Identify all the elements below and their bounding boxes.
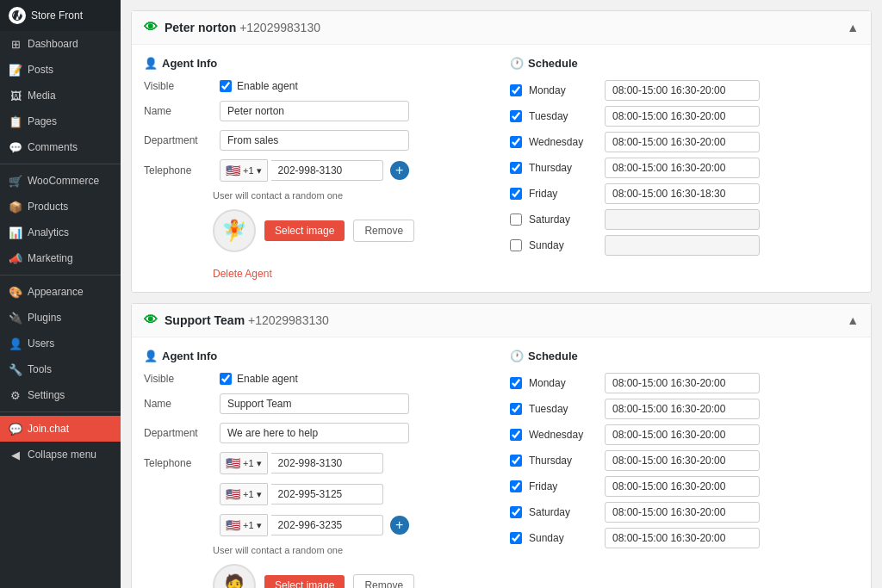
department-input-2[interactable] — [220, 423, 409, 443]
schedule-day-checkbox[interactable] — [510, 506, 522, 518]
sidebar-item-marketing[interactable]: 📣 Marketing — [0, 245, 121, 271]
schedule-day-checkbox[interactable] — [510, 188, 522, 200]
sidebar-item-tools[interactable]: 🔧 Tools — [0, 356, 121, 382]
schedule-day-checkbox[interactable] — [510, 429, 522, 441]
visible-eye-icon-2: 👁 — [144, 313, 158, 328]
select-image-button-1[interactable]: Select image — [264, 220, 345, 241]
flag-emoji-2b: 🇺🇸 — [226, 487, 240, 501]
sidebar-item-settings[interactable]: ⚙ Settings — [0, 382, 121, 408]
schedule-hours-input[interactable] — [605, 158, 760, 178]
agent-card-title-1: 👁 Peter norton +12029983130 — [144, 20, 320, 35]
schedule-hours-input[interactable] — [605, 132, 760, 152]
schedule-day-checkbox[interactable] — [510, 480, 522, 492]
telephone-row-1: Telephone 🇺🇸 +1 ▾ + — [144, 159, 493, 182]
schedule-hours-input[interactable] — [605, 235, 760, 256]
sidebar-item-joinchat[interactable]: 💬 Join.chat — [0, 416, 121, 442]
settings-icon: ⚙ — [9, 388, 22, 402]
flag-emoji-2c: 🇺🇸 — [226, 518, 240, 532]
schedule-day-checkbox[interactable] — [510, 377, 522, 389]
schedule-hours-input[interactable] — [605, 80, 760, 101]
remove-button-2[interactable]: Remove — [353, 574, 414, 588]
name-input-2[interactable] — [220, 393, 409, 414]
schedule-hours-input[interactable] — [605, 373, 760, 393]
telephone-row-2c: 🇺🇸 +1 ▾ + — [144, 514, 493, 536]
enable-agent-checkbox-1[interactable]: Enable agent — [220, 80, 298, 92]
enable-agent-input-1[interactable] — [220, 80, 232, 92]
schedule-hours-input[interactable] — [605, 528, 760, 548]
sidebar-item-label: Appearance — [28, 286, 84, 298]
schedule-day-checkbox[interactable] — [510, 455, 522, 467]
sidebar-item-label: Products — [28, 201, 68, 213]
schedule-day-checkbox[interactable] — [510, 532, 522, 544]
posts-icon: 📝 — [9, 63, 22, 77]
schedule-day-label: Thursday — [529, 162, 598, 174]
sidebar-item-media[interactable]: 🖼 Media — [0, 83, 121, 108]
phone-flag-1[interactable]: 🇺🇸 +1 ▾ — [220, 159, 268, 182]
schedule-row: Tuesday — [510, 399, 859, 419]
analytics-icon: 📊 — [9, 226, 22, 239]
schedule-hours-input[interactable] — [605, 209, 760, 230]
phone-input-2b[interactable] — [271, 484, 383, 504]
schedule-row: Wednesday — [510, 424, 859, 445]
name-label-2: Name — [144, 398, 213, 410]
schedule-day-label: Wednesday — [529, 136, 598, 148]
avatar-1: 🧚 — [213, 209, 256, 252]
sidebar-item-users[interactable]: 👤 Users — [0, 331, 121, 356]
phone-input-2c[interactable] — [271, 515, 383, 535]
sidebar-item-pages[interactable]: 📋 Pages — [0, 108, 121, 134]
phone-flag-2b[interactable]: 🇺🇸 +1 ▾ — [220, 483, 268, 505]
schedule-day-label: Thursday — [529, 455, 598, 467]
sidebar-item-posts[interactable]: 📝 Posts — [0, 57, 121, 83]
select-image-button-2[interactable]: Select image — [264, 575, 345, 588]
name-input-1[interactable] — [220, 101, 409, 121]
enable-agent-checkbox-2[interactable]: Enable agent — [220, 373, 298, 385]
schedule-hours-input[interactable] — [605, 424, 760, 445]
sidebar-item-analytics[interactable]: 📊 Analytics — [0, 220, 121, 245]
collapse-card-2[interactable]: ▲ — [847, 313, 859, 327]
agent-card-body-1: 👤 Agent Info Visible Enable agent Name D… — [132, 45, 871, 292]
enable-agent-input-2[interactable] — [220, 373, 232, 385]
schedule-day-checkbox[interactable] — [510, 403, 522, 415]
schedule-hours-input[interactable] — [605, 106, 760, 127]
schedule-day-checkbox[interactable] — [510, 136, 522, 148]
schedule-day-checkbox[interactable] — [510, 214, 522, 226]
schedule-row: Sunday — [510, 528, 859, 548]
sidebar-item-woocommerce[interactable]: 🛒 WooCommerce — [0, 168, 121, 194]
schedule-hours-input[interactable] — [605, 476, 760, 497]
department-input-1[interactable] — [220, 130, 409, 151]
sidebar-item-dashboard[interactable]: ⊞ Dashboard — [0, 31, 121, 57]
schedule-day-checkbox[interactable] — [510, 162, 522, 174]
flag-emoji-1: 🇺🇸 — [226, 164, 240, 177]
sidebar-item-label: Pages — [28, 115, 57, 127]
phone-flag-2a[interactable]: 🇺🇸 +1 ▾ — [220, 452, 268, 474]
sidebar-item-plugins[interactable]: 🔌 Plugins — [0, 305, 121, 331]
schedule-day-checkbox[interactable] — [510, 110, 522, 122]
collapse-icon: ◀ — [9, 448, 22, 461]
phone-input-1[interactable] — [271, 160, 383, 181]
schedule-row: Thursday — [510, 158, 859, 178]
sidebar-item-comments[interactable]: 💬 Comments — [0, 134, 121, 160]
marketing-icon: 📣 — [9, 251, 22, 265]
schedule-hours-input[interactable] — [605, 502, 760, 523]
sidebar-item-products[interactable]: 📦 Products — [0, 194, 121, 220]
clock-icon-2: 🕐 — [510, 350, 524, 362]
remove-button-1[interactable]: Remove — [353, 220, 414, 242]
schedule-day-checkbox[interactable] — [510, 84, 522, 96]
schedule-row: Saturday — [510, 502, 859, 523]
sidebar-item-collapse[interactable]: ◀ Collapse menu — [0, 442, 121, 467]
delete-agent-link-1[interactable]: Delete Agent — [213, 268, 272, 280]
add-phone-button-2[interactable]: + — [390, 516, 409, 535]
schedule-hours-input[interactable] — [605, 399, 760, 419]
visible-row-1: Visible Enable agent — [144, 80, 493, 92]
agent-card-support-team: 👁 Support Team +12029983130 ▲ 👤 Agent In… — [131, 303, 872, 588]
phone-input-2a[interactable] — [271, 453, 383, 473]
schedule-day-checkbox[interactable] — [510, 239, 522, 251]
joinchat-icon: 💬 — [9, 422, 22, 436]
schedule-hours-input[interactable] — [605, 450, 760, 471]
add-phone-button-1[interactable]: + — [390, 161, 409, 180]
collapse-card-1[interactable]: ▲ — [847, 21, 859, 34]
sidebar-item-appearance[interactable]: 🎨 Appearance — [0, 279, 121, 305]
phone-flag-2c[interactable]: 🇺🇸 +1 ▾ — [220, 514, 268, 536]
schedule-hours-input[interactable] — [605, 183, 760, 204]
pages-icon: 📋 — [9, 115, 22, 128]
